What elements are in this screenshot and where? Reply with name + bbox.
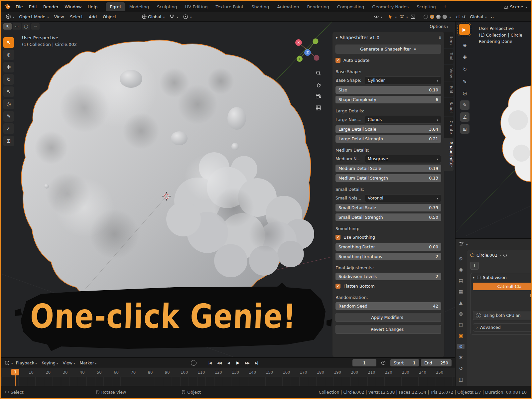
large-noise-dropdown[interactable]: Large Nois... Clouds Clouds — [335, 116, 441, 123]
wireframe-shading-button[interactable] — [424, 15, 428, 19]
generate-shapeshifter-button[interactable]: Generate a Shapeshifter ✦ — [335, 45, 441, 54]
main-3d-viewport[interactable]: X Z Y One-click Genie! ↖▭◯≈ Options — [1, 21, 455, 357]
jump-to-start-button[interactable]: |◀ — [206, 359, 214, 366]
mesh-object[interactable] — [21, 40, 314, 318]
subdivision-levels-slider[interactable]: Subdivision Levels 2 2 — [335, 273, 441, 280]
proportional-editing-button[interactable] — [181, 13, 194, 20]
play-reverse-button[interactable]: ◀ — [224, 359, 233, 366]
transform-tool[interactable]: ◎ — [460, 88, 469, 98]
scene-selector[interactable]: Scene — [504, 4, 527, 9]
scale-tool[interactable]: ↔ — [3, 86, 14, 97]
npanel-tab-create[interactable]: Create — [444, 117, 454, 138]
secondary-3d-viewport[interactable]: ▶ User Perspective (1) Collection | Circ… — [455, 21, 531, 238]
box-select-mode-button[interactable]: ▭ — [13, 23, 21, 30]
frame-start-field[interactable]: Start1 — [390, 359, 419, 366]
npanel-tab-shapeshifter[interactable]: Shapeshifter — [444, 138, 454, 171]
smoothing-factor-slider[interactable]: Smoothing Factor 0.00 0.00 — [335, 243, 441, 251]
next-keyframe-button[interactable]: ▶▶ — [243, 359, 251, 366]
catmull-clark-button[interactable]: Catmull-Cla — [473, 283, 531, 290]
menu-window[interactable]: Window — [62, 3, 84, 10]
workspace-tab-rendering[interactable]: Rendering — [303, 2, 333, 11]
rotate-view-icon[interactable]: ↺ — [462, 14, 466, 19]
menu-object[interactable]: Object — [100, 13, 119, 20]
editor-type-button[interactable]: ▶ — [459, 24, 470, 35]
small-detail-scale-slider[interactable]: Small Detail Scale 0.79 0.79 — [335, 204, 441, 211]
timeline-editor-icon[interactable] — [5, 360, 10, 365]
add-cube-tool[interactable]: ⊞ — [460, 124, 469, 134]
cursor-tool[interactable]: ⊕ — [3, 50, 14, 60]
object-mode-dropdown[interactable]: Object Mode — [17, 14, 51, 20]
options-dropdown[interactable]: Options — [430, 24, 448, 29]
visibility-dropdown[interactable] — [374, 14, 382, 19]
revert-changes-button[interactable]: Revert Changes — [335, 325, 441, 334]
modifiers-tab[interactable]: ⚙ — [457, 344, 465, 349]
use-smoothing-checkbox[interactable]: Use Smoothing — [335, 233, 441, 241]
scene-tab[interactable]: ▲ — [457, 300, 465, 305]
measure-tool[interactable]: ∠ — [460, 112, 469, 122]
grid-toggle-button[interactable] — [314, 103, 323, 112]
timeline-menu-keying[interactable]: Keying — [39, 360, 61, 366]
xray-toggle[interactable] — [410, 14, 416, 19]
annotate-tool[interactable]: ✎ — [3, 111, 14, 122]
npanel-tab-tool[interactable]: Tool — [444, 49, 454, 64]
object-tab[interactable]: ▣ — [457, 333, 465, 338]
editor-type-button[interactable] — [3, 13, 17, 20]
measure-tool[interactable]: ∠ — [3, 123, 14, 134]
select-box-tool[interactable]: ↖ — [3, 37, 14, 48]
scale-tool[interactable]: ↔ — [460, 76, 469, 86]
timeline-ruler[interactable]: 1020304050607080901001101201301401501601… — [1, 368, 455, 377]
menu-render[interactable]: Render — [40, 3, 62, 10]
npanel-tab-babel[interactable]: Babel — [444, 98, 454, 116]
menu-add[interactable]: Add — [86, 13, 100, 20]
drag-grip-icon[interactable]: ⠿ — [438, 35, 441, 40]
current-frame-indicator[interactable]: 1 — [11, 369, 19, 375]
particles-tab[interactable]: ✱ — [457, 355, 465, 360]
tweak-mode-button[interactable]: ↖ — [3, 23, 12, 30]
blender-logo-icon[interactable] — [4, 3, 11, 10]
zoom-button[interactable] — [314, 68, 323, 77]
workspace-tab-uv-editing[interactable]: UV Editing — [181, 2, 212, 11]
play-button[interactable]: ▶ — [234, 359, 242, 366]
smoothing-iterations-slider[interactable]: Smoothing Iterations 2 2 — [335, 253, 441, 260]
timeline-tracks[interactable] — [1, 377, 455, 386]
gizmos-dropdown[interactable] — [388, 14, 397, 19]
random-seed-slider[interactable]: Random Seed 42 42 — [335, 302, 441, 310]
npanel-tab-view[interactable]: View — [444, 65, 454, 81]
auto-keying-toggle[interactable] — [191, 360, 197, 366]
menu-select[interactable]: Select — [67, 13, 86, 20]
menu-edit[interactable]: Edit — [26, 3, 40, 10]
timeline-menu-playback[interactable]: Playback — [14, 360, 39, 366]
medium-detail-scale-slider[interactable]: Medium Detail Scale 0.19 0.19 — [335, 165, 441, 172]
workspace-tab-animation[interactable]: Animation — [273, 2, 303, 11]
auto-update-checkbox[interactable]: Auto Update — [335, 57, 441, 64]
npanel-tab-edit[interactable]: Edit — [444, 82, 454, 97]
world-tab[interactable]: ◍ — [457, 311, 465, 316]
expand-chevron-icon[interactable]: ▾ — [473, 276, 474, 279]
current-frame-field[interactable]: 1 — [352, 359, 376, 366]
add-workspace-button[interactable]: + — [440, 4, 451, 9]
rotate-tool[interactable]: ↻ — [3, 74, 14, 85]
frame-end-field[interactable]: End250 — [421, 359, 452, 366]
annotate-tool[interactable]: ✎ — [460, 100, 469, 110]
workspace-tab-sculpting[interactable]: Sculpting — [153, 2, 181, 11]
output-tab[interactable]: ▤ — [457, 278, 465, 283]
navigation-gizmo[interactable]: X Z Y — [295, 39, 320, 62]
menu-file[interactable]: File — [13, 3, 26, 10]
breadcrumb-object-name[interactable]: Circle.002 — [476, 253, 497, 258]
link-icon[interactable]: ∷ — [491, 14, 494, 19]
snapping-button[interactable] — [167, 13, 181, 20]
right-orientation-dropdown[interactable]: Global — [467, 14, 489, 20]
tool-tab[interactable]: ⚙ — [457, 256, 465, 261]
apply-modifiers-button[interactable]: Apply Modifiers — [335, 313, 441, 322]
solid-shading-button[interactable] — [430, 15, 434, 19]
collection-tab[interactable]: ▢ — [457, 322, 465, 327]
shape-complexity-slider[interactable]: Shape Complexity 6 6 — [335, 96, 441, 103]
constraints-tab[interactable]: ◫ — [457, 377, 465, 382]
workspace-tab-compositing[interactable]: Compositing — [333, 2, 368, 11]
rotate-tool[interactable]: ↻ — [460, 65, 469, 74]
add-modifier-button[interactable]: + — [470, 262, 479, 270]
overlays-dropdown[interactable] — [399, 14, 408, 19]
transform-tool[interactable]: ◎ — [3, 99, 14, 109]
circle-select-mode-button[interactable]: ◯ — [22, 23, 30, 30]
render-tab[interactable]: ◉ — [457, 267, 465, 272]
